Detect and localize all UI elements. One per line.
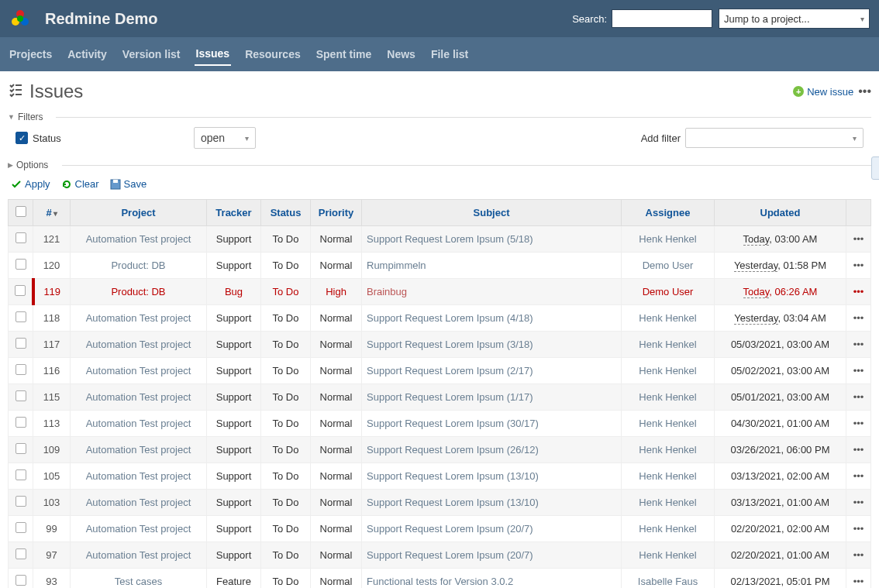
jump-to-project-select[interactable]: Jump to a project... ▾ — [719, 9, 870, 29]
row-checkbox[interactable] — [9, 305, 33, 332]
row-checkbox[interactable] — [9, 516, 33, 542]
cell-project[interactable]: Product: DB — [71, 253, 207, 279]
cell-subject[interactable]: Functional tests for Version 3.0.2 — [362, 569, 622, 589]
new-issue-button[interactable]: + New issue — [793, 86, 853, 98]
col-subject[interactable]: Subject — [362, 200, 622, 226]
cell-project[interactable]: Automation Test project — [71, 384, 207, 411]
row-menu-icon[interactable]: ••• — [846, 437, 871, 463]
cell-id[interactable]: 117 — [33, 332, 71, 358]
table-row[interactable]: 117Automation Test projectSupportTo DoNo… — [9, 332, 871, 358]
table-row[interactable]: 116Automation Test projectSupportTo DoNo… — [9, 358, 871, 384]
cell-id[interactable]: 93 — [33, 569, 71, 589]
cell-assignee[interactable]: Henk Henkel — [622, 226, 715, 253]
table-row[interactable]: 115Automation Test projectSupportTo DoNo… — [9, 384, 871, 411]
row-menu-icon[interactable]: ••• — [846, 542, 871, 569]
cell-project[interactable]: Automation Test project — [71, 490, 207, 516]
cell-project[interactable]: Automation Test project — [71, 411, 207, 437]
cell-assignee[interactable]: Demo User — [622, 279, 715, 305]
cell-subject[interactable]: Support Request Lorem Ipsum (30/17) — [362, 411, 622, 437]
right-drawer-handle[interactable] — [871, 156, 879, 180]
cell-assignee[interactable]: Henk Henkel — [622, 411, 715, 437]
row-menu-icon[interactable]: ••• — [846, 516, 871, 542]
nav-news[interactable]: News — [385, 43, 417, 65]
cell-project[interactable]: Automation Test project — [71, 358, 207, 384]
row-menu-icon[interactable]: ••• — [846, 279, 871, 305]
cell-subject[interactable]: Support Request Lorem Ipsum (13/10) — [362, 490, 622, 516]
table-row[interactable]: 113Automation Test projectSupportTo DoNo… — [9, 411, 871, 437]
nav-version-list[interactable]: Version list — [121, 43, 182, 65]
row-menu-icon[interactable]: ••• — [846, 253, 871, 279]
row-checkbox[interactable] — [9, 437, 33, 463]
cell-assignee[interactable]: Henk Henkel — [622, 332, 715, 358]
cell-subject[interactable]: Support Request Lorem Ipsum (26/12) — [362, 437, 622, 463]
search-input[interactable] — [612, 9, 712, 28]
options-legend[interactable]: ▶ Options — [8, 158, 871, 172]
cell-assignee[interactable]: Henk Henkel — [622, 358, 715, 384]
row-menu-icon[interactable]: ••• — [846, 569, 871, 589]
row-checkbox[interactable] — [9, 542, 33, 569]
col-id[interactable]: #▾ — [33, 200, 71, 226]
cell-project[interactable]: Automation Test project — [71, 305, 207, 332]
cell-project[interactable]: Automation Test project — [71, 332, 207, 358]
cell-assignee[interactable]: Henk Henkel — [622, 305, 715, 332]
nav-spent-time[interactable]: Spent time — [315, 43, 374, 65]
nav-issues[interactable]: Issues — [195, 43, 232, 66]
row-menu-icon[interactable]: ••• — [846, 332, 871, 358]
row-checkbox[interactable] — [9, 358, 33, 384]
row-menu-icon[interactable]: ••• — [846, 358, 871, 384]
nav-activity[interactable]: Activity — [66, 43, 109, 65]
clear-button[interactable]: Clear — [61, 178, 99, 190]
cell-id[interactable]: 116 — [33, 358, 71, 384]
nav-projects[interactable]: Projects — [8, 43, 53, 65]
cell-id[interactable]: 115 — [33, 384, 71, 411]
row-menu-icon[interactable]: ••• — [846, 226, 871, 253]
table-row[interactable]: 118Automation Test projectSupportTo DoNo… — [9, 305, 871, 332]
cell-project[interactable]: Automation Test project — [71, 542, 207, 569]
row-checkbox[interactable] — [9, 332, 33, 358]
cell-assignee[interactable]: Henk Henkel — [622, 516, 715, 542]
cell-subject[interactable]: Support Request Lorem Ipsum (5/18) — [362, 226, 622, 253]
cell-subject[interactable]: Support Request Lorem Ipsum (4/18) — [362, 305, 622, 332]
row-checkbox[interactable] — [9, 253, 33, 279]
table-row[interactable]: 120Product: DBSupportTo DoNormalRumpimme… — [9, 253, 871, 279]
cell-subject[interactable]: Support Request Lorem Ipsum (13/10) — [362, 463, 622, 490]
row-checkbox[interactable] — [9, 279, 33, 305]
table-row[interactable]: 105Automation Test projectSupportTo DoNo… — [9, 463, 871, 490]
cell-subject[interactable]: Rumpimmeln — [362, 253, 622, 279]
select-all-header[interactable] — [9, 200, 33, 226]
app-logo[interactable] — [9, 8, 36, 29]
row-checkbox[interactable] — [9, 411, 33, 437]
row-menu-icon[interactable]: ••• — [846, 305, 871, 332]
add-filter-select[interactable]: ▾ — [685, 128, 863, 148]
cell-project[interactable]: Test cases — [71, 569, 207, 589]
nav-file-list[interactable]: File list — [429, 43, 470, 65]
col-tracker[interactable]: Tracker — [207, 200, 261, 226]
col-status[interactable]: Status — [261, 200, 311, 226]
cell-assignee[interactable]: Henk Henkel — [622, 437, 715, 463]
row-checkbox[interactable] — [9, 384, 33, 411]
cell-project[interactable]: Automation Test project — [71, 226, 207, 253]
cell-id[interactable]: 103 — [33, 490, 71, 516]
row-menu-icon[interactable]: ••• — [846, 411, 871, 437]
cell-subject[interactable]: Brainbug — [362, 279, 622, 305]
cell-id[interactable]: 119 — [33, 279, 71, 305]
row-menu-icon[interactable]: ••• — [846, 463, 871, 490]
cell-project[interactable]: Automation Test project — [71, 516, 207, 542]
cell-id[interactable]: 113 — [33, 411, 71, 437]
row-menu-icon[interactable]: ••• — [846, 490, 871, 516]
cell-id[interactable]: 120 — [33, 253, 71, 279]
cell-assignee[interactable]: Henk Henkel — [622, 542, 715, 569]
cell-id[interactable]: 121 — [33, 226, 71, 253]
cell-id[interactable]: 97 — [33, 542, 71, 569]
cell-subject[interactable]: Support Request Lorem Ipsum (20/7) — [362, 542, 622, 569]
col-project[interactable]: Project — [71, 200, 207, 226]
table-row[interactable]: 103Automation Test projectSupportTo DoNo… — [9, 490, 871, 516]
cell-subject[interactable]: Support Request Lorem Ipsum (20/7) — [362, 516, 622, 542]
row-checkbox[interactable] — [9, 569, 33, 589]
table-row[interactable]: 97Automation Test projectSupportTo DoNor… — [9, 542, 871, 569]
table-row[interactable]: 99Automation Test projectSupportTo DoNor… — [9, 516, 871, 542]
cell-id[interactable]: 105 — [33, 463, 71, 490]
status-filter-select[interactable]: open ▾ — [194, 127, 256, 149]
row-checkbox[interactable] — [9, 490, 33, 516]
cell-id[interactable]: 118 — [33, 305, 71, 332]
